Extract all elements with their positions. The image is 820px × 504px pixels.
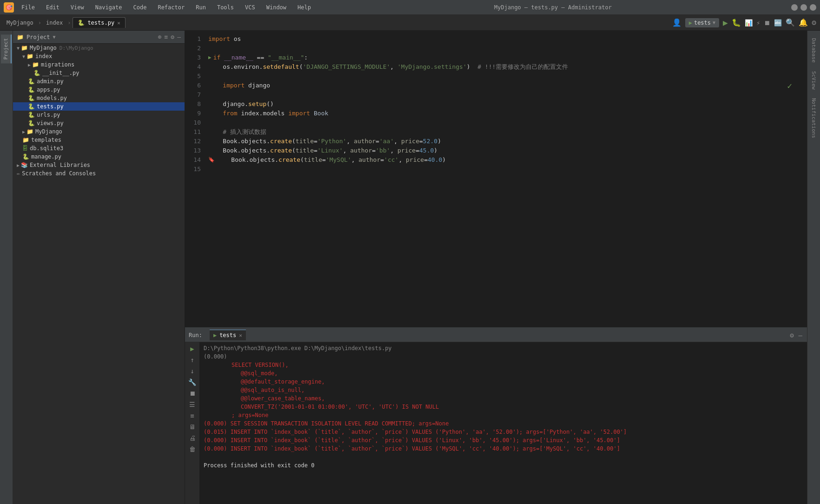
menu-file[interactable]: File: [18, 2, 39, 13]
index-folder-icon: 📁: [26, 53, 33, 60]
bookmark-icon: 🔖: [208, 155, 215, 165]
translate-button[interactable]: 🔤: [774, 19, 782, 27]
account-icon[interactable]: 👤: [672, 18, 681, 27]
run-button[interactable]: ▶: [723, 18, 728, 27]
menu-edit[interactable]: Edit: [42, 2, 63, 13]
settings-button[interactable]: ⚙: [812, 18, 816, 27]
run-gutter-icon[interactable]: ▶: [208, 53, 212, 62]
tree-scratches[interactable]: ✏ Scratches and Consoles: [13, 169, 185, 178]
external-libs-icon: 📚: [21, 162, 28, 168]
menu-refactor[interactable]: Refactor: [154, 2, 188, 13]
code-editor-content[interactable]: import os ▶ if __name__ == "__main__": o…: [205, 31, 807, 327]
debug-button[interactable]: 🐛: [732, 18, 741, 27]
tree-init[interactable]: 🐍 __init__.py: [13, 69, 185, 77]
tree-close-icon[interactable]: —: [177, 33, 181, 40]
bottom-panel-header: Run: ▶ tests ✕ ⚙ —: [185, 328, 807, 342]
left-sidebar-strip: Project: [0, 31, 13, 504]
tree-urls[interactable]: 🐍 urls.py: [13, 111, 185, 119]
sidebar-notifications[interactable]: Notifications: [809, 94, 819, 142]
editor-bottom-container: ✓ 1 2 3 4 5 6 7 8 9 10 11 12 13 1: [185, 31, 807, 504]
bottom-up-button[interactable]: ↑: [189, 355, 195, 365]
tree-migrations[interactable]: ▶ 📁 migrations: [13, 60, 185, 69]
sidebar-scview[interactable]: ScView: [809, 67, 819, 93]
collapse-all-icon[interactable]: ≡: [165, 33, 168, 40]
panel-settings-icon[interactable]: ⚙: [789, 331, 794, 340]
tree-external-libs[interactable]: ▶ 📚 External Libraries: [13, 161, 185, 169]
run-config-selector[interactable]: ▶ tests ▼: [685, 18, 719, 27]
console-cmd-line: D:\Python\Python38\python.exe D:\MyDjang…: [204, 344, 803, 352]
bottom-list2-icon[interactable]: ≡: [189, 411, 195, 420]
tree-mydjango-pkg[interactable]: ▶ 📁 MyDjango: [13, 127, 185, 136]
close-button[interactable]: [810, 4, 816, 11]
tree-manage[interactable]: 🐍 manage.py: [13, 153, 185, 161]
templates-folder-icon: 📁: [22, 137, 29, 143]
file-tab-tests[interactable]: 🐍 tests.py ✕: [73, 17, 125, 28]
bottom-delete-icon[interactable]: 🗑: [188, 444, 197, 454]
panel-minimize-icon[interactable]: —: [798, 331, 803, 340]
root-folder-icon: 📁: [21, 45, 28, 51]
tree-apps[interactable]: 🐍 apps.py: [13, 86, 185, 94]
bottom-panel-controls: ⚙ —: [789, 331, 803, 340]
tree-index[interactable]: ▼ 📁 index: [13, 52, 185, 60]
console-line-exit: Process finished with exit code 0: [204, 461, 803, 470]
breadcrumb-index[interactable]: index: [43, 19, 66, 27]
run-label: Run:: [189, 332, 202, 338]
manage-file-icon: 🐍: [22, 153, 29, 160]
bottom-down-button[interactable]: ↓: [189, 366, 195, 376]
sidebar-database[interactable]: Database: [809, 34, 819, 66]
code-line-8: django.setup(): [208, 99, 807, 109]
search-everywhere-button[interactable]: 🔍: [786, 18, 795, 27]
menu-vcs[interactable]: VCS: [241, 2, 259, 13]
bottom-wrench-icon[interactable]: 🔧: [187, 378, 197, 387]
stop-button[interactable]: ⏹: [764, 19, 770, 27]
tree-settings-icon[interactable]: ⚙: [171, 33, 174, 40]
run-tab-tests[interactable]: ▶ tests ✕: [210, 330, 246, 340]
code-editor: 1 2 3 4 5 6 7 8 9 10 11 12 13 14 15: [185, 31, 807, 327]
minimize-button[interactable]: [791, 4, 798, 11]
console-line-blank: [204, 453, 803, 461]
tree-models[interactable]: 🐍 models.py: [13, 94, 185, 102]
notifications-button[interactable]: 🔔: [799, 18, 808, 27]
menu-run[interactable]: Run: [192, 2, 210, 13]
tree-views[interactable]: 🐍 views.py: [13, 119, 185, 127]
run-tab-close[interactable]: ✕: [239, 332, 242, 338]
menu-navigate[interactable]: Navigate: [92, 2, 126, 13]
title-bar: 🎯 File Edit View Navigate Code Refactor …: [0, 0, 820, 15]
bottom-print-icon[interactable]: 🖨: [188, 433, 197, 443]
tree-sqlite[interactable]: 🗄 db.sqlite3: [13, 144, 185, 153]
console-output: D:\Python\Python38\python.exe D:\MyDjang…: [200, 342, 807, 504]
tree-admin[interactable]: 🐍 admin.py: [13, 77, 185, 86]
code-line-9: from index.models import Book: [208, 109, 807, 118]
menu-tools[interactable]: Tools: [213, 2, 238, 13]
code-line-4: os.environ.setdefault('DJANGO_SETTINGS_M…: [208, 62, 807, 72]
file-tree-header: 📁 Project ▼ ⊕ ≡ ⚙ —: [13, 31, 185, 44]
bottom-list-icon[interactable]: ☰: [188, 400, 196, 409]
code-line-2: [208, 44, 807, 53]
bottom-run-button[interactable]: ▶: [189, 344, 195, 353]
file-ok-indicator: ✓: [787, 81, 792, 91]
bottom-screen-icon[interactable]: 🖥: [188, 422, 197, 431]
project-panel-toggle[interactable]: Project: [1, 34, 12, 63]
admin-file-icon: 🐍: [28, 78, 35, 85]
tree-templates[interactable]: 📁 templates: [13, 136, 185, 144]
tree-tests[interactable]: 🐍 tests.py: [13, 102, 185, 111]
bottom-stop-button[interactable]: ⏹: [188, 389, 197, 398]
profile-button[interactable]: ⚡: [756, 19, 760, 27]
console-line-6: @@lower_case_table_names,: [204, 394, 803, 403]
menu-code[interactable]: Code: [130, 2, 151, 13]
menu-view[interactable]: View: [67, 2, 88, 13]
menu-help[interactable]: Help: [294, 2, 315, 13]
coverage-button[interactable]: 📊: [745, 19, 753, 27]
console-line-12: (0.000) INSERT INTO `index_book` (`title…: [204, 444, 803, 453]
mydjango-pkg-icon: 📁: [26, 128, 33, 135]
breadcrumb-mydjango[interactable]: MyDjango: [4, 19, 36, 27]
console-line-11: (0.000) INSERT INTO `index_book` (`title…: [204, 436, 803, 444]
bottom-toolbar: ▶ ↑ ↓ 🔧 ⏹ ☰ ≡ 🖥 🖨 🗑: [185, 342, 200, 504]
maximize-button[interactable]: [800, 4, 807, 11]
locate-file-icon[interactable]: ⊕: [158, 33, 162, 40]
console-line-4: @@default_storage_engine,: [204, 378, 803, 386]
tab-close-button[interactable]: ✕: [117, 20, 120, 26]
menu-window[interactable]: Window: [263, 2, 290, 13]
urls-file-icon: 🐍: [28, 112, 35, 118]
tree-root[interactable]: ▼ 📁 MyDjango D:\MyDjango: [13, 44, 185, 52]
